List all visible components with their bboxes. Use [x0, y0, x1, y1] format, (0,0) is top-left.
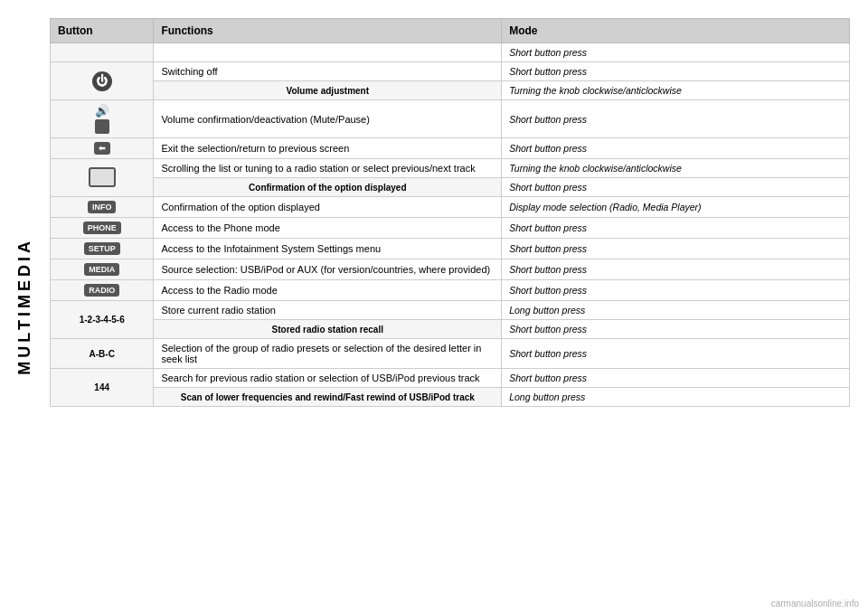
- table-row: SETUPAccess to the Infotainment System S…: [51, 239, 850, 259]
- function-cell: Store current radio station: [154, 301, 502, 320]
- button-cell: 🔊: [51, 100, 154, 138]
- table-row: 1-2-3-4-5-6Store current radio stationLo…: [51, 301, 850, 320]
- function-cell: Search for previous radio station or sel…: [154, 369, 502, 388]
- table-row: 🔊Volume confirmation/deactivation (Mute/…: [51, 100, 850, 138]
- functions-table: Button Functions Mode Short button press…: [50, 18, 850, 407]
- function-cell: Scan of lower frequencies and rewind/Fas…: [154, 388, 502, 407]
- button-cell: PHONE: [51, 218, 154, 239]
- mode-cell: Short button press: [502, 320, 850, 339]
- table-row: Confirmation of the option displayedShor…: [51, 178, 850, 197]
- function-cell: Volume confirmation/deactivation (Mute/P…: [154, 100, 502, 138]
- mode-cell: Short button press: [502, 280, 850, 301]
- function-cell: Access to the Phone mode: [154, 218, 502, 239]
- mode-cell: Long button press: [502, 301, 850, 320]
- mode-cell: Short button press: [502, 138, 850, 159]
- button-cell: 144: [51, 369, 154, 407]
- table-row: ⬅Exit the selection/return to previous s…: [51, 138, 850, 159]
- table-row: Short button press: [51, 43, 850, 62]
- table-row: Stored radio station recallShort button …: [51, 320, 850, 339]
- table-row: Scan of lower frequencies and rewind/Fas…: [51, 388, 850, 407]
- function-cell: Switching off: [154, 62, 502, 81]
- watermark: carmanualsonline.info: [771, 599, 859, 608]
- mode-cell: Turning the knob clockwise/anticlockwise: [502, 81, 850, 100]
- function-cell: Access to the Infotainment System Settin…: [154, 239, 502, 259]
- mode-cell: Short button press: [502, 259, 850, 280]
- table-row: INFOConfirmation of the option displayed…: [51, 197, 850, 218]
- table-row: Scrolling the list or tuning to a radio …: [51, 159, 850, 178]
- mode-cell: Short button press: [502, 62, 850, 81]
- col-functions: Functions: [154, 19, 502, 43]
- button-cell: [51, 43, 154, 62]
- mode-cell: Short button press: [502, 43, 850, 62]
- mode-cell: Short button press: [502, 218, 850, 239]
- col-mode: Mode: [502, 19, 850, 43]
- mode-cell: Short button press: [502, 178, 850, 197]
- function-cell: Exit the selection/return to previous sc…: [154, 138, 502, 159]
- function-cell: [154, 43, 502, 62]
- button-cell: RADIO: [51, 280, 154, 301]
- function-cell: Confirmation of the option displayed: [154, 197, 502, 218]
- table-row: PHONEAccess to the Phone modeShort butto…: [51, 218, 850, 239]
- table-row: A-B-CSelection of the group of radio pre…: [51, 339, 850, 369]
- mode-cell: Short button press: [502, 100, 850, 138]
- function-cell: Confirmation of the option displayed: [154, 178, 502, 197]
- table-row: 144Search for previous radio station or …: [51, 369, 850, 388]
- col-button: Button: [51, 19, 154, 43]
- button-cell: A-B-C: [51, 339, 154, 369]
- table-row: Volume adjustmentTurning the knob clockw…: [51, 81, 850, 100]
- function-cell: Selection of the group of radio presets …: [154, 339, 502, 369]
- button-cell: INFO: [51, 197, 154, 218]
- mode-cell: Long button press: [502, 388, 850, 407]
- button-cell: SETUP: [51, 239, 154, 259]
- table-row: MEDIASource selection: USB/iPod or AUX (…: [51, 259, 850, 280]
- function-cell: Stored radio station recall: [154, 320, 502, 339]
- function-cell: Scrolling the list or tuning to a radio …: [154, 159, 502, 178]
- button-cell: [51, 159, 154, 197]
- mode-cell: Short button press: [502, 239, 850, 259]
- function-cell: Access to the Radio mode: [154, 280, 502, 301]
- button-cell: 1-2-3-4-5-6: [51, 301, 154, 339]
- table-header-row: Button Functions Mode: [51, 19, 850, 43]
- mode-cell: Display mode selection (Radio, Media Pla…: [502, 197, 850, 218]
- function-cell: Source selection: USB/iPod or AUX (for v…: [154, 259, 502, 280]
- mode-cell: Short button press: [502, 339, 850, 369]
- button-cell: ⏻: [51, 62, 154, 100]
- mode-cell: Turning the knob clockwise/anticlockwise: [502, 159, 850, 178]
- button-cell: ⬅: [51, 138, 154, 159]
- table-row: ⏻Switching offShort button press: [51, 62, 850, 81]
- table-row: RADIOAccess to the Radio modeShort butto…: [51, 280, 850, 301]
- function-cell: Volume adjustment: [154, 81, 502, 100]
- sidebar-label: MULTIMEDIA: [15, 238, 34, 375]
- mode-cell: Short button press: [502, 369, 850, 388]
- main-content: Button Functions Mode Short button press…: [50, 18, 850, 595]
- sidebar: MULTIMEDIA: [0, 0, 50, 613]
- button-cell: MEDIA: [51, 259, 154, 280]
